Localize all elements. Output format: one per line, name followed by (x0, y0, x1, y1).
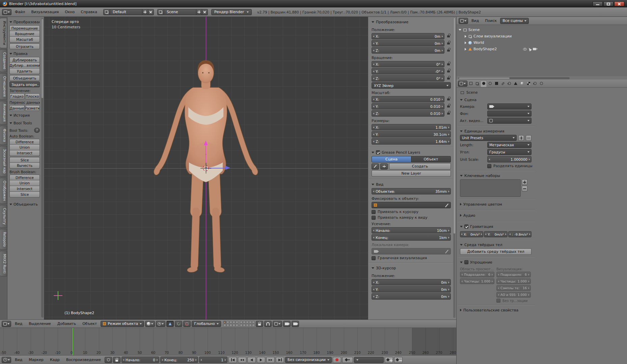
brush-difference-button[interactable]: Difference (9, 175, 40, 180)
brush-intersect-button[interactable]: Intersect (9, 186, 40, 192)
menu-object[interactable]: Объект (80, 321, 100, 327)
keying-set-add-button[interactable] (522, 179, 527, 185)
outliner-item-bodyshape2[interactable]: BodyShape2 (459, 46, 536, 52)
shadow-samples-field[interactable]: Сэмплы те:16 (496, 285, 531, 291)
menu-add[interactable]: Добавить (55, 321, 79, 327)
menu-file[interactable]: Файл (12, 9, 28, 15)
unit-scale-field[interactable]: 1.000000 (487, 156, 531, 162)
sidebar-scrollbar[interactable] (453, 18, 456, 318)
menu-playback[interactable]: Воспроизведение (63, 357, 104, 363)
separate-units-checkbox[interactable] (487, 164, 491, 168)
panel-header-simplify[interactable]: Упрощение (460, 259, 531, 266)
tab-physics-icon[interactable] (538, 80, 544, 87)
gravity-z-field[interactable]: :-9.8m/s² (508, 231, 531, 237)
render-particles-field[interactable]: Частицы:1.000 (496, 278, 531, 284)
active-clip-field[interactable] (487, 118, 531, 124)
tab-world-icon[interactable] (487, 80, 493, 87)
snap-toggle-button[interactable] (264, 321, 272, 327)
scene-unlink-button[interactable] (202, 9, 208, 15)
expand-icon[interactable] (465, 41, 466, 44)
scale-y-lock-icon[interactable] (446, 103, 451, 109)
pivot-dropdown[interactable] (156, 321, 165, 327)
tab-physics[interactable]: Физика (0, 126, 7, 145)
menu-select[interactable]: Выделение (26, 321, 54, 327)
panel-header-color-management[interactable]: Управление цветом (460, 201, 531, 208)
menu-view[interactable]: Вид (12, 357, 25, 363)
menu-window[interactable]: Окно (62, 9, 77, 15)
local-camera-field[interactable] (372, 248, 451, 254)
layer-14[interactable] (233, 324, 235, 327)
orientation-dropdown[interactable]: Глобально (192, 321, 221, 327)
brush-union-button[interactable]: Union (9, 180, 40, 186)
mirror-button[interactable]: Отразить (9, 43, 40, 49)
brush-slice-button[interactable]: Slice (9, 192, 40, 198)
tab-sculpt[interactable]: Скульпту (0, 205, 7, 228)
tab-render-icon[interactable] (468, 80, 474, 87)
translate-button[interactable]: Перемещение (9, 25, 40, 31)
layout-browse-button[interactable] (103, 9, 110, 15)
shade-flat-button[interactable]: Плоско (25, 93, 40, 99)
panel-header-view[interactable]: Вид (372, 181, 451, 188)
outliner-scrollbar[interactable] (458, 77, 570, 79)
editor-type-button[interactable] (458, 81, 467, 87)
lock-to-cursor-checkbox[interactable] (372, 210, 376, 214)
scale-z-lock-icon[interactable] (446, 111, 451, 116)
add-rigid-body-world-button[interactable]: Добавить среду твёрдых тел (460, 248, 531, 255)
tab-retopology[interactable]: Retopolo (0, 229, 7, 250)
manipulator-z-arrowhead[interactable] (204, 141, 208, 145)
panel-header-grease-pencil[interactable]: Grease Pencil Layers (372, 149, 451, 156)
editor-type-button[interactable] (2, 9, 11, 15)
gp-new-layer-button[interactable]: New Layer (372, 170, 451, 177)
duplicate-button[interactable]: Дублировать (9, 57, 40, 63)
layout-unlink-button[interactable] (148, 9, 154, 15)
rotation-mode-dropdown[interactable]: XYZ Эйлер (372, 82, 451, 89)
panel-header-audio[interactable]: Аудио (460, 212, 531, 219)
panel-header-custom-properties[interactable]: Пользовательские свойства (460, 306, 531, 314)
keying-set-dropdown[interactable] (354, 357, 384, 363)
rotation-z-field[interactable]: Z:0° (372, 75, 444, 82)
dimension-y-field[interactable]: Y:30.1cm (372, 131, 451, 138)
auto-union-button[interactable]: Union (9, 145, 40, 150)
menu-help[interactable]: Справка (78, 9, 100, 15)
scene-name-field[interactable]: Scene (164, 9, 196, 15)
angle-dropdown[interactable]: Градусы (487, 149, 531, 155)
shade-smooth-button[interactable]: Гладко (9, 93, 25, 99)
viewport-3d[interactable]: Спереди орто 10 Centimeters (1) BodyShap… (44, 17, 368, 320)
play-reverse-button[interactable] (247, 357, 256, 363)
maximize-button[interactable] (603, 1, 614, 6)
auto-slice-button[interactable]: Slice (9, 157, 40, 163)
rotation-z-lock-icon[interactable] (446, 75, 451, 81)
frame-start-field[interactable]: Начало:0 (121, 357, 159, 363)
scale-button[interactable]: Масштаб (9, 37, 40, 42)
layer-12[interactable] (226, 324, 229, 327)
scale-x-lock-icon[interactable] (446, 96, 451, 102)
engine-dropdown[interactable]: Рендер Blender (211, 9, 252, 15)
clip-start-field[interactable]: Начало:10cm (372, 227, 451, 234)
location-x-lock-icon[interactable] (446, 33, 451, 39)
tab-scene-icon[interactable] (481, 80, 487, 87)
insert-keyframe-button[interactable] (385, 357, 393, 363)
panel-header-transform[interactable]: Преобразовани (9, 19, 40, 25)
viewport-particles-field[interactable]: Частицы:1.000 (460, 278, 494, 284)
layer-19[interactable] (249, 324, 252, 327)
layer-16[interactable] (240, 324, 243, 327)
collapse-icon[interactable] (459, 29, 461, 31)
auto-intersect-button[interactable]: Intersect (9, 150, 40, 156)
tab-texture-icon[interactable] (525, 80, 531, 87)
tab-mhx2-runtime[interactable]: MHX2 Runti (0, 251, 7, 276)
prev-keyframe-button[interactable] (238, 357, 246, 363)
layer-10[interactable] (252, 321, 255, 324)
shading-dropdown[interactable] (145, 321, 155, 327)
layer-13[interactable] (229, 324, 232, 327)
next-keyframe-button[interactable] (266, 357, 275, 363)
layout-add-button[interactable] (142, 9, 148, 15)
layer-15[interactable] (236, 324, 238, 327)
layer-7[interactable] (243, 321, 246, 324)
manipulator-translate-button[interactable] (166, 321, 174, 327)
camera-to-view-checkbox[interactable] (372, 216, 376, 220)
close-button[interactable] (614, 1, 624, 6)
panel-header-bool-tools[interactable]: Bool Tools (9, 120, 40, 126)
play-button[interactable] (257, 357, 265, 363)
rotation-x-lock-icon[interactable] (446, 61, 451, 67)
layer-1[interactable] (223, 321, 226, 324)
